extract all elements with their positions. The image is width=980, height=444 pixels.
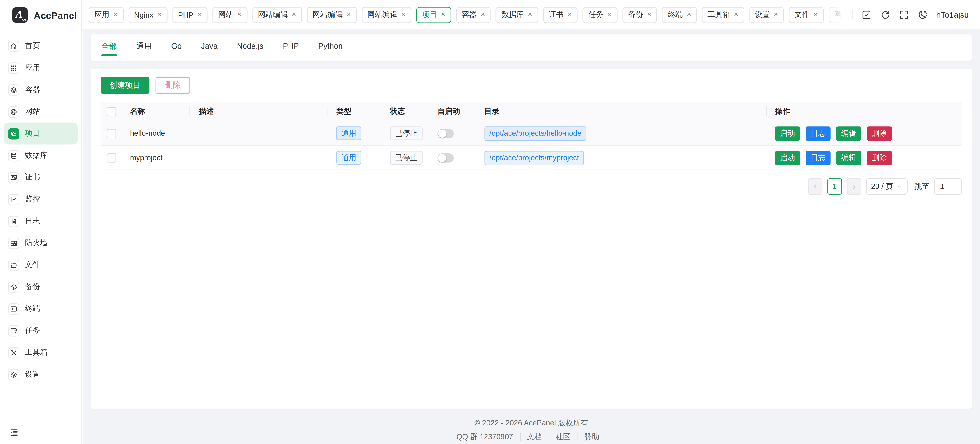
topbar-tab[interactable]: 备份 ✕ (622, 6, 657, 23)
close-icon[interactable]: ✕ (528, 12, 533, 18)
topbar-tab[interactable]: 工具箱 ✕ (702, 6, 744, 23)
dark-mode-button[interactable] (918, 10, 928, 20)
sidebar-item-label: 容器 (25, 85, 40, 95)
fullscreen-button[interactable] (899, 10, 909, 20)
topbar-tab[interactable]: 数据库 ✕ (496, 6, 538, 23)
create-project-button[interactable]: 创建项目 (100, 77, 149, 94)
sidebar-item-6[interactable]: 证书 (4, 166, 78, 188)
select-all-checkbox[interactable] (107, 107, 116, 116)
sidebar-item-4[interactable]: 项目 (4, 123, 78, 145)
sidebar-item-0[interactable]: 首页 (4, 35, 78, 57)
sidebar-item-7[interactable]: 监控 (4, 188, 78, 210)
close-icon[interactable]: ✕ (237, 12, 242, 18)
sidebar-item-label: 首页 (25, 41, 40, 51)
sidebar-item-1[interactable]: 应用 (4, 57, 78, 79)
close-icon[interactable]: ✕ (607, 12, 612, 18)
close-icon[interactable]: ✕ (734, 12, 738, 18)
topbar-tab[interactable]: 容器 ✕ (456, 6, 491, 23)
sidebar-item-10[interactable]: 文件 (4, 254, 78, 276)
fullscreen-icon (899, 10, 909, 20)
filter-tab[interactable]: 全部 (101, 34, 117, 61)
project-path-link[interactable]: /opt/ace/projects/myproject (484, 150, 584, 165)
row-checkbox[interactable] (107, 153, 116, 162)
terminal-icon (10, 305, 18, 313)
sidebar-item-11[interactable]: 备份 (4, 276, 78, 298)
edit-button[interactable]: 编辑 (836, 150, 861, 165)
filter-tab[interactable]: Python (318, 34, 342, 61)
close-icon[interactable]: ✕ (197, 12, 202, 18)
autostart-toggle[interactable] (438, 153, 453, 162)
logs-button[interactable]: 日志 (805, 126, 830, 141)
start-button[interactable]: 启动 (775, 126, 800, 141)
footer-link-1[interactable]: 社区 (549, 432, 578, 442)
topbar-tab[interactable]: 网站编辑 ✕ (252, 6, 302, 23)
sidebar-item-5[interactable]: 数据库 (4, 144, 78, 166)
active-tab-underline (237, 54, 263, 56)
prev-page-button[interactable] (808, 178, 822, 195)
collapse-sidebar-button[interactable] (10, 428, 19, 438)
refresh-button[interactable] (880, 10, 891, 20)
sidebar-item-3[interactable]: 网站 (4, 101, 78, 123)
project-path-link[interactable]: /opt/ace/projects/hello-node (484, 126, 587, 141)
topbar-tab[interactable]: 网站编辑 ✕ (829, 6, 847, 23)
close-icon[interactable]: ✕ (568, 12, 572, 18)
todo-check-icon (861, 10, 872, 20)
sidebar-item-12[interactable]: 终端 (4, 298, 78, 320)
filter-tab[interactable]: 通用 (136, 34, 152, 61)
filter-tab[interactable]: Java (201, 34, 218, 61)
page-size-select[interactable]: 20 / 页 (866, 178, 907, 195)
close-icon[interactable]: ✕ (347, 12, 351, 18)
filter-tab[interactable]: Node.js (237, 34, 263, 61)
username-menu[interactable]: hTo1ajsu (936, 10, 969, 19)
close-icon[interactable]: ✕ (157, 12, 162, 18)
sidebar-item-14[interactable]: 工具箱 (4, 342, 78, 363)
start-button[interactable]: 启动 (775, 150, 800, 165)
topbar-tab[interactable]: 证书 ✕ (543, 6, 578, 23)
sidebar-item-9[interactable]: 防火墙 (4, 232, 78, 254)
close-icon[interactable]: ✕ (441, 12, 445, 18)
topbar-tab[interactable]: 终端 ✕ (662, 6, 697, 23)
close-icon[interactable]: ✕ (401, 12, 406, 18)
delete-button[interactable]: 删除 (867, 126, 892, 141)
close-icon[interactable]: ✕ (291, 12, 296, 18)
close-icon[interactable]: ✕ (813, 12, 818, 18)
sidebar-item-label: 网站 (25, 106, 40, 117)
topbar-tab[interactable]: 网站编辑 ✕ (307, 6, 356, 23)
sidebar-item-2[interactable]: 容器 (4, 79, 78, 101)
topbar-tab[interactable]: 任务 ✕ (583, 6, 617, 23)
close-icon[interactable]: ✕ (480, 12, 485, 18)
filter-tab[interactable]: Go (171, 34, 182, 61)
topbar-tab[interactable]: PHP ✕ (172, 6, 208, 23)
topbar-tab[interactable]: 应用 ✕ (89, 6, 124, 23)
topbar-tab[interactable]: 网站 ✕ (212, 6, 247, 23)
topbar-tab[interactable]: 设置 ✕ (749, 6, 784, 23)
close-icon[interactable]: ✕ (773, 12, 778, 18)
filter-tab[interactable]: PHP (283, 34, 299, 61)
logs-button[interactable]: 日志 (805, 150, 830, 165)
topbar-tab[interactable]: 项目 ✕ (416, 6, 451, 23)
close-icon[interactable]: ✕ (113, 12, 118, 18)
topbar-tab[interactable]: Nginx ✕ (129, 6, 167, 23)
close-icon[interactable]: ✕ (687, 12, 692, 18)
next-page-button[interactable] (847, 178, 861, 195)
projects-table: 名称 描述 类型 状态 自启动 目录 操作 hello-node 通用 已停止 … (100, 102, 962, 170)
database-icon (10, 152, 18, 159)
jump-to-input[interactable] (934, 178, 962, 195)
topbar-tab[interactable]: 网站编辑 ✕ (362, 6, 411, 23)
delete-button[interactable]: 删除 (867, 150, 892, 165)
backup-icon (10, 283, 18, 291)
footer-link-0[interactable]: 文档 (520, 432, 549, 442)
todo-check-button[interactable] (861, 10, 872, 20)
footer-link-2[interactable]: 赞助 (578, 432, 606, 442)
edit-button[interactable]: 编辑 (836, 126, 861, 141)
delete-selected-button[interactable]: 删除 (156, 77, 190, 94)
sidebar-item-15[interactable]: 设置 (4, 363, 78, 385)
topbar-tab[interactable]: 文件 ✕ (789, 6, 824, 23)
row-checkbox[interactable] (107, 129, 116, 138)
footer-links: QQ 群 12370907 文档社区赞助 (83, 432, 980, 442)
close-icon[interactable]: ✕ (647, 12, 652, 18)
sidebar-item-13[interactable]: 任务 (4, 320, 78, 342)
page-number-button[interactable]: 1 (827, 178, 842, 195)
autostart-toggle[interactable] (438, 129, 453, 138)
sidebar-item-8[interactable]: 日志 (4, 210, 78, 232)
